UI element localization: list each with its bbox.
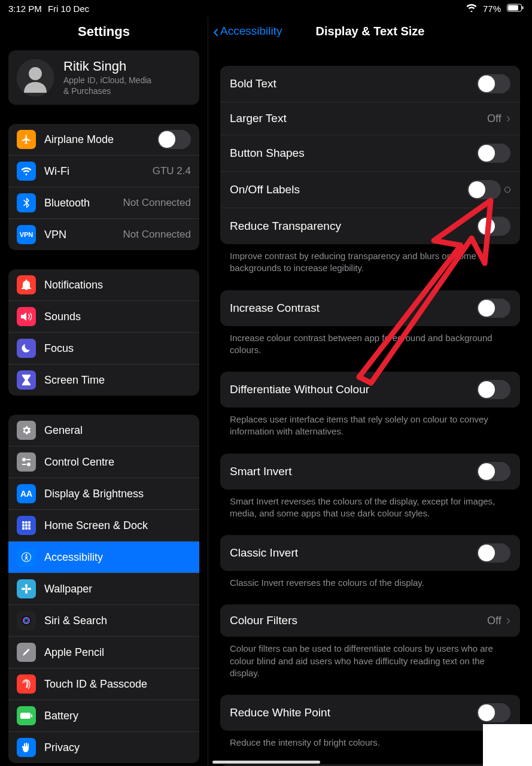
pencil-icon <box>17 643 36 662</box>
sidebar-item-label: Screen Time <box>44 374 191 387</box>
sidebar-item-wallpaper[interactable]: Wallpaper <box>8 573 199 604</box>
svg-rect-7 <box>26 459 31 460</box>
svg-point-4 <box>29 67 42 80</box>
row-increase-contrast[interactable]: Increase Contrast <box>220 290 520 326</box>
row-reduce-transparency[interactable]: Reduce Transparency <box>220 208 520 244</box>
row-onoff-labels[interactable]: On/Off Labels <box>220 171 520 208</box>
svg-point-5 <box>22 458 26 461</box>
svg-point-21 <box>25 584 28 588</box>
flower-icon <box>17 579 36 598</box>
row-label: Reduce White Point <box>230 706 477 719</box>
row-label: Larger Text <box>230 112 487 125</box>
status-time: 3:12 PM <box>8 4 42 14</box>
sidebar-item-apple-pencil[interactable]: Apple Pencil <box>8 636 199 668</box>
increase-contrast-toggle[interactable] <box>477 299 510 318</box>
row-label: Colour Filters <box>230 614 487 627</box>
avatar <box>17 59 54 96</box>
svg-point-6 <box>27 463 31 466</box>
sidebar-item-notifications[interactable]: Notifications <box>8 269 199 300</box>
differentiate-colour-toggle[interactable] <box>477 380 510 399</box>
svg-rect-2 <box>522 7 524 10</box>
back-button[interactable]: ‹ Accessibility <box>213 17 282 45</box>
sidebar-item-label: Control Centre <box>44 456 191 469</box>
svg-rect-8 <box>22 464 26 465</box>
airplane-icon <box>17 130 36 149</box>
sidebar-item-label: Display & Brightness <box>44 488 191 500</box>
colour-filters-note: Colour filters can be used to differenti… <box>220 637 520 695</box>
sidebar-item-label: Apple Pencil <box>44 646 191 659</box>
sidebar-item-label: VPN <box>44 229 115 241</box>
row-button-shapes[interactable]: Button Shapes <box>220 135 520 171</box>
sidebar-item-sounds[interactable]: Sounds <box>8 300 199 332</box>
row-label: On/Off Labels <box>230 183 467 196</box>
grid-icon <box>17 516 36 535</box>
sidebar-item-label: Battery <box>44 710 191 722</box>
profile-subtitle: Apple ID, iCloud, Media & Purchases <box>63 75 151 96</box>
row-label: Smart Invert <box>230 465 477 478</box>
wifi-value: GTU 2.4 <box>153 165 191 177</box>
row-colour-filters[interactable]: Colour Filters Off › <box>220 604 520 637</box>
bluetooth-icon <box>17 193 36 212</box>
row-label: Bold Text <box>230 77 477 90</box>
svg-rect-17 <box>28 527 31 530</box>
sidebar-item-screentime[interactable]: Screen Time <box>8 364 199 396</box>
row-bold-text[interactable]: Bold Text <box>220 66 520 102</box>
sidebar-item-accessibility[interactable]: Accessibility <box>8 541 199 573</box>
svg-rect-9 <box>22 521 25 524</box>
detail-title: Display & Text Size <box>316 25 425 38</box>
sidebar-item-label: Wallpaper <box>44 583 191 595</box>
row-differentiate-colour[interactable]: Differentiate Without Colour <box>220 372 520 408</box>
classic-invert-toggle[interactable] <box>477 543 510 563</box>
svg-rect-29 <box>31 715 32 718</box>
svg-rect-13 <box>25 524 28 527</box>
row-reduce-white-point[interactable]: Reduce White Point <box>220 695 520 731</box>
detail-pane: ‹ Accessibility Display & Text Size Bold… <box>208 17 532 766</box>
sidebar-item-control-centre[interactable]: Control Centre <box>8 446 199 478</box>
sidebar-item-general[interactable]: General <box>8 415 199 446</box>
sidebar-item-touchid[interactable]: Touch ID & Passcode <box>8 668 199 700</box>
onoff-labels-toggle[interactable] <box>467 180 501 199</box>
profile-row[interactable]: Ritik Singh Apple ID, iCloud, Media & Pu… <box>8 50 199 105</box>
increase-contrast-note: Increase colour contrast between app for… <box>220 326 520 372</box>
differentiate-colour-note: Replaces user interface items that rely … <box>220 408 520 454</box>
larger-text-value: Off <box>487 113 501 125</box>
siri-icon <box>17 611 36 630</box>
button-shapes-toggle[interactable] <box>477 144 510 163</box>
reduce-transparency-toggle[interactable] <box>477 217 510 236</box>
svg-rect-12 <box>22 524 25 527</box>
sidebar-item-vpn[interactable]: VPN VPN Not Connected <box>8 218 199 250</box>
svg-rect-11 <box>28 521 31 524</box>
row-label: Increase Contrast <box>230 302 477 315</box>
sidebar-item-label: Siri & Search <box>44 615 191 627</box>
bell-icon <box>17 275 36 294</box>
sidebar-item-label: Airplane Mode <box>44 133 149 146</box>
svg-rect-15 <box>22 527 25 530</box>
sidebar-item-focus[interactable]: Focus <box>8 332 199 364</box>
back-label: Accessibility <box>220 25 282 38</box>
home-indicator[interactable] <box>212 761 320 764</box>
sidebar-item-siri[interactable]: Siri & Search <box>8 604 199 636</box>
sidebar-item-display-brightness[interactable]: AA Display & Brightness <box>8 478 199 509</box>
bold-text-toggle[interactable] <box>477 74 510 93</box>
svg-point-19 <box>26 554 28 556</box>
colour-filters-value: Off <box>487 615 501 627</box>
reduce-white-point-toggle[interactable] <box>477 703 510 722</box>
chevron-right-icon: › <box>506 111 510 126</box>
sidebar-item-wifi[interactable]: Wi-Fi GTU 2.4 <box>8 155 199 187</box>
sidebar-item-privacy[interactable]: Privacy <box>8 731 199 763</box>
sidebar-item-bluetooth[interactable]: Bluetooth Not Connected <box>8 187 199 218</box>
reduce-white-point-note: Reduce the intensity of bright colours. <box>220 731 520 764</box>
row-classic-invert[interactable]: Classic Invert <box>220 535 520 571</box>
row-larger-text[interactable]: Larger Text Off › <box>220 102 520 135</box>
sidebar-item-label: Bluetooth <box>44 197 115 209</box>
chevron-right-icon: › <box>506 613 510 628</box>
sidebar-item-airplane[interactable]: Airplane Mode <box>8 124 199 155</box>
airplane-toggle[interactable] <box>157 130 191 149</box>
sidebar-item-battery[interactable]: Battery <box>8 700 199 731</box>
sidebar-item-home-screen[interactable]: Home Screen & Dock <box>8 509 199 541</box>
status-battery-pct: 77% <box>483 4 501 14</box>
smart-invert-toggle[interactable] <box>477 462 510 481</box>
sidebar-item-label: Home Screen & Dock <box>44 519 191 532</box>
vpn-value: Not Connected <box>123 229 191 241</box>
row-smart-invert[interactable]: Smart Invert <box>220 454 520 490</box>
